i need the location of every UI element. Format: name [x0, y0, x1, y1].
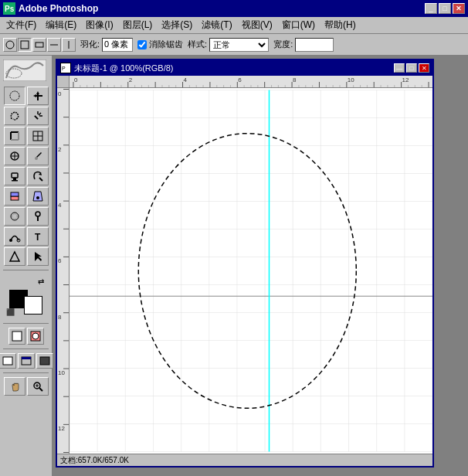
- main-area: T ⇄ ⬛: [0, 56, 468, 476]
- tool-text[interactable]: T: [27, 227, 49, 246]
- quick-mask-btn[interactable]: [27, 328, 44, 345]
- antialias-checkbox[interactable]: [137, 40, 147, 49]
- menu-file[interactable]: 文件(F): [2, 17, 41, 33]
- doc-icon: P: [60, 63, 71, 73]
- feather-group: 羽化:: [80, 38, 133, 52]
- svg-rect-48: [22, 357, 31, 359]
- feather-label: 羽化:: [80, 39, 100, 50]
- tool-hand[interactable]: [4, 377, 25, 396]
- tool-divider-3: [3, 348, 49, 349]
- tool-row-4: [2, 147, 50, 165]
- tool-row-6: [2, 187, 50, 206]
- feather-input[interactable]: [102, 38, 133, 52]
- tool-dodge[interactable]: [27, 207, 49, 226]
- tool-lasso[interactable]: [4, 107, 25, 125]
- width-input[interactable]: [295, 38, 334, 52]
- tool-move[interactable]: [27, 87, 49, 105]
- style-select[interactable]: 正常 固定长宽比 固定大小: [209, 38, 269, 52]
- svg-point-38: [9, 239, 12, 242]
- tool-stamp[interactable]: [4, 167, 25, 185]
- full-screen-btn[interactable]: [36, 353, 53, 369]
- tool-brush[interactable]: [27, 147, 49, 165]
- menu-layer[interactable]: 图层(L): [118, 17, 158, 33]
- menu-filter[interactable]: 滤镜(T): [197, 17, 236, 33]
- app-title: Adobe Photoshop: [19, 3, 422, 14]
- tool-row-bottom: [2, 377, 50, 396]
- full-screen-menu-btn[interactable]: [18, 353, 35, 369]
- svg-text:2: 2: [129, 76, 133, 83]
- canvas-main-row: 024681012: [57, 88, 432, 454]
- svg-text:8: 8: [293, 76, 297, 83]
- tool-row-8: T: [2, 227, 50, 246]
- svg-text:0: 0: [74, 76, 78, 83]
- tool-fill[interactable]: [27, 187, 49, 206]
- doc-close-btn[interactable]: ✕: [419, 63, 429, 73]
- tool-row-9: [2, 247, 50, 266]
- background-color-swatch[interactable]: [24, 296, 42, 314]
- tool-history-brush[interactable]: [27, 167, 49, 185]
- tool-ellipse-select[interactable]: [4, 87, 25, 105]
- menu-window[interactable]: 窗口(W): [277, 17, 320, 33]
- close-button[interactable]: ✕: [453, 3, 465, 14]
- tool-heal[interactable]: [4, 147, 25, 165]
- switch-colors-icon[interactable]: ⇄: [38, 277, 44, 286]
- standard-mode-btn[interactable]: [8, 328, 25, 345]
- canvas-wrapper: 024681012 024681012: [57, 76, 432, 454]
- menu-image[interactable]: 图像(I): [81, 17, 117, 33]
- svg-point-33: [36, 196, 39, 199]
- canvas-scroll[interactable]: [70, 88, 432, 454]
- shape-single-col-btn[interactable]: [62, 38, 76, 52]
- tool-path[interactable]: [4, 227, 25, 246]
- svg-point-170: [138, 134, 356, 409]
- tool-magic-wand[interactable]: [27, 107, 49, 125]
- doc-maximize-btn[interactable]: □: [406, 63, 417, 73]
- minimize-button[interactable]: _: [425, 3, 437, 14]
- tool-shape-tool[interactable]: [4, 247, 25, 266]
- svg-text:Ps: Ps: [5, 5, 15, 13]
- tool-row-3: [2, 127, 50, 145]
- tool-shape-group: [3, 38, 76, 52]
- tool-blur[interactable]: [4, 207, 25, 226]
- tool-crop[interactable]: [4, 127, 25, 145]
- doc-minimize-btn[interactable]: —: [394, 63, 405, 73]
- svg-rect-15: [34, 115, 39, 120]
- tool-row-2: [2, 107, 50, 125]
- tool-slice[interactable]: [27, 127, 49, 145]
- standard-screen-btn[interactable]: [0, 353, 16, 369]
- tool-eraser[interactable]: [4, 187, 25, 206]
- menu-edit[interactable]: 编辑(E): [41, 17, 81, 33]
- view-row-1: [0, 353, 53, 369]
- menu-help[interactable]: 帮助(H): [320, 17, 361, 33]
- svg-rect-43: [12, 332, 22, 341]
- mask-buttons: [2, 328, 50, 345]
- horizontal-ruler: 024681012: [70, 76, 432, 88]
- tool-select-path[interactable]: [27, 247, 49, 266]
- doc-title-buttons: — □ ✕: [394, 63, 429, 73]
- status-bar: 文档:657.0K/657.0K: [57, 454, 432, 466]
- svg-rect-29: [12, 180, 18, 182]
- svg-point-45: [32, 333, 39, 339]
- shape-rect-btn[interactable]: [18, 38, 32, 52]
- shape-ellipse-btn[interactable]: [3, 38, 17, 52]
- menu-select[interactable]: 选择(S): [157, 17, 197, 33]
- svg-point-2: [6, 41, 14, 49]
- shape-single-row-btn[interactable]: [47, 38, 61, 52]
- svg-line-13: [39, 113, 41, 115]
- svg-rect-4: [36, 42, 43, 47]
- svg-rect-3: [21, 41, 29, 49]
- menu-view[interactable]: 视图(V): [237, 17, 277, 33]
- maximize-button[interactable]: □: [439, 3, 451, 14]
- tool-zoom[interactable]: [27, 377, 49, 396]
- doc-area: P 未标题-1 @ 100%(RGB/8) — □ ✕ 024681012: [53, 56, 468, 476]
- canvas[interactable]: [70, 88, 432, 454]
- svg-text:P: P: [62, 66, 66, 71]
- svg-text:12: 12: [402, 76, 409, 83]
- svg-text:8: 8: [58, 314, 62, 321]
- svg-text:6: 6: [238, 76, 242, 83]
- shape-rect2-btn[interactable]: [32, 38, 46, 52]
- default-colors-icon[interactable]: ⬛: [6, 308, 15, 316]
- svg-marker-41: [10, 252, 19, 261]
- ruler-corner: [57, 76, 70, 88]
- view-buttons: [2, 353, 50, 369]
- svg-text:10: 10: [58, 369, 65, 376]
